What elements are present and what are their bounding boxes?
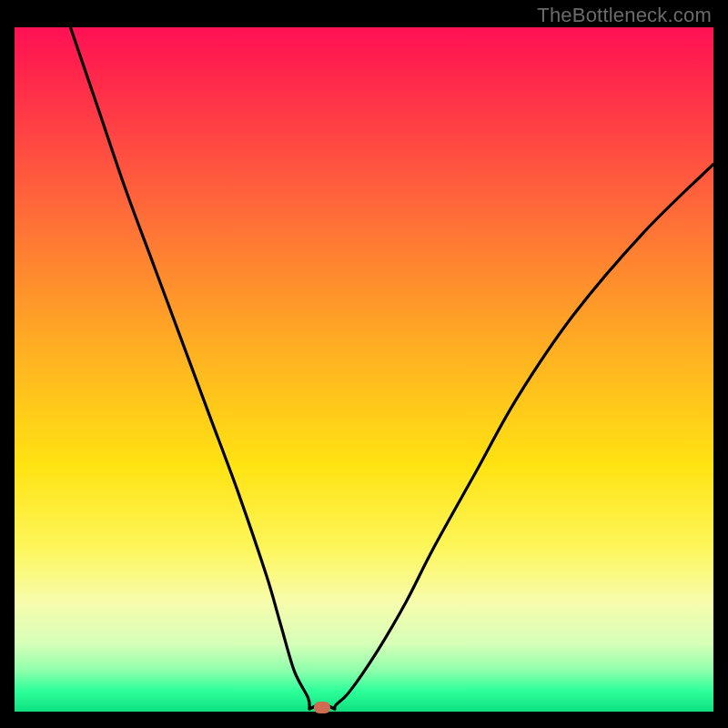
curve-svg <box>15 27 713 712</box>
trough-marker <box>314 702 330 713</box>
chart-container: TheBottleneck.com <box>0 0 728 728</box>
bottleneck-curve-path <box>70 27 713 709</box>
plot-area <box>15 27 713 712</box>
watermark-text: TheBottleneck.com <box>537 4 712 27</box>
